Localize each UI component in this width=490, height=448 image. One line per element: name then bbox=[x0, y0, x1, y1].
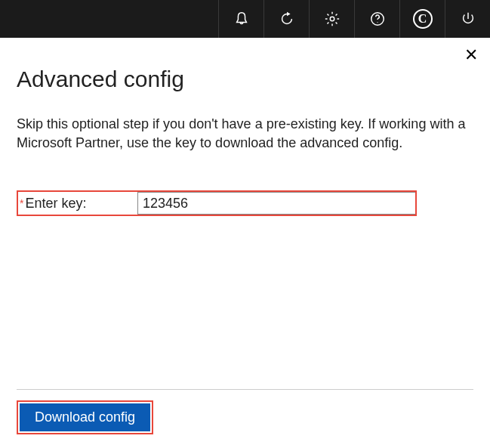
download-config-button[interactable]: Download config bbox=[20, 403, 150, 431]
enter-key-input[interactable] bbox=[137, 192, 415, 215]
bell-icon bbox=[233, 11, 250, 27]
enter-key-field-row: * Enter key: bbox=[17, 190, 417, 216]
svg-point-2 bbox=[377, 22, 378, 23]
dialog-description: Skip this optional step if you don't hav… bbox=[17, 115, 473, 153]
power-button[interactable] bbox=[445, 0, 490, 38]
dialog-panel: ✕ Advanced config Skip this optional ste… bbox=[0, 38, 490, 448]
brand-button[interactable]: C bbox=[399, 0, 445, 38]
help-icon bbox=[369, 11, 386, 27]
enter-key-label: * Enter key: bbox=[18, 192, 137, 215]
copyright-icon: C bbox=[413, 9, 433, 29]
settings-button[interactable] bbox=[309, 0, 354, 38]
help-button[interactable] bbox=[354, 0, 399, 38]
dialog-footer: Download config bbox=[17, 389, 473, 448]
top-bar: C bbox=[0, 0, 490, 38]
power-icon bbox=[460, 11, 476, 27]
refresh-icon bbox=[279, 11, 295, 27]
gear-icon bbox=[324, 11, 341, 27]
page-title: Advanced config bbox=[17, 66, 473, 92]
close-button[interactable]: ✕ bbox=[464, 47, 478, 63]
required-indicator: * bbox=[20, 197, 23, 209]
download-button-highlight: Download config bbox=[17, 400, 153, 434]
notifications-button[interactable] bbox=[218, 0, 263, 38]
close-icon: ✕ bbox=[464, 45, 478, 64]
refresh-button[interactable] bbox=[263, 0, 309, 38]
enter-key-label-text: Enter key: bbox=[25, 196, 86, 212]
svg-point-0 bbox=[330, 17, 334, 21]
